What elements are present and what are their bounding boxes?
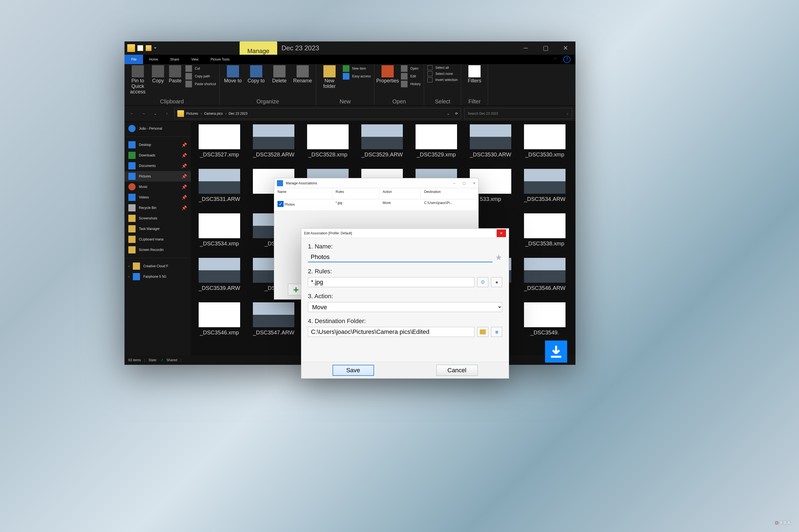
tokens-button[interactable]: ▦ [491, 327, 502, 337]
col-destination[interactable]: Destination [421, 188, 478, 199]
file-item[interactable]: _DSC3549. [524, 302, 565, 336]
name-input[interactable] [308, 252, 492, 262]
sidebar-item-screenshots[interactable]: Screenshots [125, 213, 191, 224]
select-none-button[interactable]: Select none [428, 71, 458, 76]
file-item[interactable]: _DSC3547.ARW [253, 302, 294, 336]
file-item[interactable]: _DSC3527.xmp [199, 125, 240, 158]
file-item[interactable]: _DSC3534.xmp [199, 213, 240, 247]
back-button[interactable]: ← [128, 110, 136, 118]
col-rules[interactable]: Rules [332, 188, 379, 199]
select-all-button[interactable]: Select all [428, 65, 458, 70]
col-name[interactable]: Name [274, 188, 332, 199]
col-action[interactable]: Action [379, 188, 421, 199]
sidebar-item-screen-recording[interactable]: Screen Recordin [125, 245, 191, 255]
file-item[interactable]: _DSC3528.ARW [253, 125, 294, 158]
sidebar-item-downloads[interactable]: Downloads📌 [125, 150, 191, 160]
invert-selection-button[interactable]: Invert selection [428, 77, 458, 82]
tab-share[interactable]: Share [164, 55, 185, 64]
diamond-button[interactable]: ◈ [491, 277, 502, 287]
maximize-button[interactable]: ▢ [462, 181, 466, 185]
easy-access-button[interactable]: Easy access [343, 73, 371, 80]
properties-button[interactable]: Properties [378, 65, 398, 83]
qat-button-1[interactable] [137, 45, 143, 51]
file-item[interactable]: _DSC3529.ARW [361, 125, 403, 158]
tab-picture-tools[interactable]: Picture Tools [204, 55, 235, 64]
tab-file[interactable]: File [125, 55, 143, 64]
new-folder-button[interactable]: New folder [320, 65, 340, 89]
minimize-button[interactable]: ─ [516, 41, 535, 55]
file-item[interactable]: _DSC3529.xmp [416, 125, 457, 158]
sidebar-item-pictures[interactable]: Pictures📌 [125, 171, 191, 182]
sidebar-item-recycle-bin[interactable]: Recycle Bin📌 [125, 203, 191, 213]
delete-button[interactable]: Delete [270, 65, 289, 83]
browse-folder-button[interactable] [477, 327, 488, 337]
minimize-button[interactable]: ─ [453, 181, 455, 185]
download-overlay-icon[interactable] [545, 341, 567, 363]
maximize-button[interactable]: ▢ [535, 41, 556, 55]
close-button[interactable]: ✕ [556, 41, 576, 55]
info-button[interactable]: ⓘ [477, 277, 488, 287]
sidebar-item-task-manager[interactable]: Task Manager [125, 224, 191, 234]
table-row[interactable]: ✓ Photos *.jpg Move C:\Users\joaoc\Pi... [274, 199, 478, 210]
sidebar-item-fairphone[interactable]: ›Fairphone 5 5G [125, 271, 191, 282]
file-item[interactable]: _DSC3530.ARW [470, 125, 511, 158]
crumb-current[interactable]: Dec 23 2023 [229, 112, 247, 115]
qat-caret-icon[interactable] [154, 47, 157, 49]
crumb-pictures[interactable]: Pictures [186, 112, 202, 115]
file-item[interactable]: _DSC3546.xmp [199, 302, 240, 336]
path-caret-icon[interactable]: ⌄ [447, 112, 450, 115]
recent-caret-icon[interactable]: ⌄ [151, 110, 159, 118]
file-item[interactable]: _DSC3538.xmp [524, 213, 565, 247]
action-select[interactable]: Move [308, 302, 502, 312]
navigation-pane[interactable]: João - Personal Desktop📌 Downloads📌 Docu… [125, 121, 191, 356]
sidebar-item-clipboard[interactable]: CLipboard mana [125, 234, 191, 245]
rename-button[interactable]: Rename [293, 65, 313, 83]
sidebar-item-desktop[interactable]: Desktop📌 [125, 139, 191, 150]
file-item[interactable]: _DSC3546.ARW [524, 258, 565, 291]
help-icon[interactable]: ? [563, 56, 570, 63]
sidebar-item-music[interactable]: Music📌 [125, 182, 191, 192]
copy-to-button[interactable]: Copy to [246, 65, 266, 83]
file-item[interactable]: _DSC3528.xmp [307, 125, 349, 158]
dialog-titlebar[interactable]: Edit Association [Profile: Default] ✕ [301, 229, 509, 238]
cut-button[interactable]: Cut [185, 65, 216, 72]
file-item[interactable]: _DSC3534.ARW [524, 169, 565, 202]
crumb-camera-pics[interactable]: Camera pics [204, 112, 226, 115]
edit-button[interactable]: Edit [401, 73, 420, 80]
sidebar-item-onedrive[interactable]: João - Personal [125, 123, 191, 134]
copy-button[interactable]: Copy [151, 65, 165, 83]
ribbon-collapse-icon[interactable]: ⌃ [554, 57, 557, 61]
pin-to-quick-access-button[interactable]: Pin to Quick access [128, 65, 148, 95]
sidebar-item-videos[interactable]: Videos📌 [125, 192, 191, 203]
breadcrumb[interactable]: Pictures Camera pics Dec 23 2023 ⌄ ⟳ [174, 108, 461, 119]
file-item[interactable]: _DSC3531.ARW [199, 169, 240, 202]
paste-button[interactable]: Paste [168, 65, 182, 83]
copy-path-button[interactable]: Copy path [185, 73, 216, 80]
ribbon-context-tab[interactable]: Manage [240, 41, 277, 55]
search-icon[interactable]: ⌕ [567, 112, 568, 115]
dialog-titlebar[interactable]: Manage Associations ─ ▢ ✕ [274, 178, 478, 188]
tab-home[interactable]: Home [143, 55, 164, 64]
new-item-button[interactable]: New item [343, 65, 371, 72]
file-item[interactable]: _DSC3530.xmp [524, 125, 565, 158]
tab-view[interactable]: View [185, 55, 204, 64]
up-button[interactable]: ↑ [163, 110, 171, 118]
sidebar-item-creative-cloud[interactable]: ›Creative Cloud F [125, 261, 191, 271]
rules-input[interactable] [308, 277, 474, 287]
move-to-button[interactable]: Move to [223, 65, 243, 83]
close-button[interactable]: ✕ [473, 181, 476, 185]
file-item[interactable]: _DSC3539.ARW [199, 258, 240, 291]
forward-button[interactable]: → [140, 110, 148, 118]
paste-shortcut-button[interactable]: Paste shortcut [185, 81, 216, 87]
destination-input[interactable] [308, 327, 474, 337]
favorite-icon[interactable]: ★ [495, 253, 502, 262]
filters-button[interactable]: Filters [465, 65, 485, 83]
history-button[interactable]: History [401, 81, 420, 87]
refresh-button[interactable]: ⟳ [455, 112, 458, 115]
title-bar[interactable]: Manage Dec 23 2023 ─ ▢ ✕ [125, 41, 576, 55]
close-button[interactable]: ✕ [496, 229, 506, 237]
sidebar-item-documents[interactable]: Documents📌 [125, 160, 191, 171]
row-checkbox[interactable]: ✓ [277, 201, 284, 207]
search-input[interactable]: Search Dec 23 2023 ⌕ [464, 108, 572, 119]
save-button[interactable]: Save [332, 365, 374, 376]
